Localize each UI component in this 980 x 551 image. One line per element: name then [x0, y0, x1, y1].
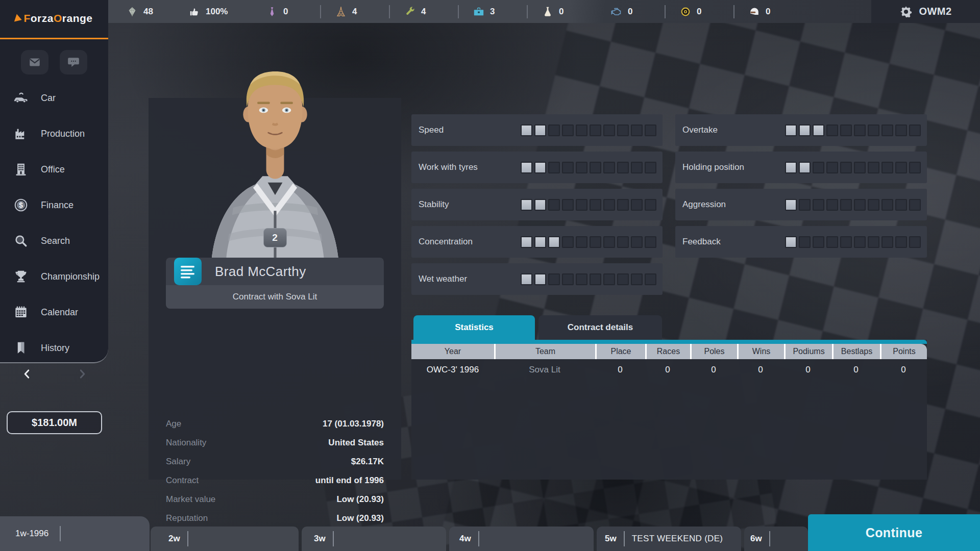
tab-statistics[interactable]: Statistics	[413, 315, 535, 340]
resource-flask: 0	[542, 6, 611, 17]
gear-icon	[899, 5, 913, 18]
history-icon	[13, 340, 29, 356]
detail-value: until end of 1996	[315, 475, 384, 486]
resource-engine: 0	[611, 6, 680, 17]
statistics-panel: YearTeamPlaceRacesPolesWinsPodiumsBestla…	[411, 340, 927, 480]
tab-contract-details[interactable]: Contract details	[538, 315, 662, 340]
week-label: 5w	[605, 534, 617, 544]
table-header-cell-points: Points	[880, 344, 927, 359]
sidebar-item-office[interactable]: Office	[0, 152, 108, 187]
skill-square	[603, 162, 615, 173]
sidebar-item-label: Car	[41, 93, 56, 104]
sidebar-item-car[interactable]: Car	[0, 80, 108, 116]
chevron-right-icon[interactable]	[76, 367, 89, 381]
resource-wrench: 4	[404, 6, 473, 17]
driver-name-plate: Brad McCarthy	[166, 258, 384, 285]
week-marker-4w: 4w	[459, 527, 479, 551]
skill-square	[645, 124, 656, 136]
week-marker-5w: 5wTEST WEEKEND (DE)	[605, 527, 723, 551]
helmet-icon	[749, 6, 760, 17]
resource-helmet: 0	[749, 6, 818, 17]
factory-icon	[13, 126, 29, 141]
skill-square	[799, 124, 811, 136]
table-cell-races: 0	[645, 359, 690, 381]
driver-menu-button[interactable]	[174, 258, 202, 285]
skill-square	[603, 199, 615, 211]
skill-square	[562, 124, 574, 136]
skill-square	[603, 273, 615, 285]
table-cell-place: 0	[595, 359, 645, 381]
skill-square	[617, 199, 629, 211]
skill-square	[548, 162, 560, 173]
skill-square	[521, 162, 532, 173]
skill-row-wet-weather: Wet weather	[411, 263, 663, 295]
resource-separator	[389, 5, 390, 18]
skill-square	[854, 199, 866, 211]
detail-value: $26.17K	[351, 457, 384, 467]
skill-square	[631, 236, 643, 248]
driver-panel: 2 Brad McCarthy Contract with Sova Lit A…	[149, 98, 401, 480]
week-label: 4w	[459, 534, 471, 544]
skill-square	[631, 273, 643, 285]
sidebar-item-calendar[interactable]: Calendar	[0, 294, 108, 330]
contract-note: Contract with Sova Lit	[166, 285, 384, 309]
resource-gem: 48	[127, 6, 189, 17]
skill-square	[785, 124, 797, 136]
profile-chip[interactable]: OWM2	[871, 0, 980, 23]
logo-underline	[0, 38, 108, 39]
skill-square	[840, 162, 852, 173]
sidebar-item-history[interactable]: History	[0, 330, 108, 366]
skill-row-work-with-tyres: Work with tyres	[411, 152, 663, 183]
skill-square	[548, 273, 560, 285]
menu-lines-icon	[174, 258, 202, 285]
car-icon	[13, 90, 29, 106]
skill-squares	[785, 236, 921, 248]
skill-square	[854, 236, 866, 248]
chevron-left-icon[interactable]	[20, 367, 34, 381]
continue-button[interactable]: Continue	[808, 514, 980, 551]
table-cell-points: 0	[880, 359, 927, 381]
skill-square	[826, 236, 838, 248]
sidebar-item-finance[interactable]: Finance	[0, 187, 108, 223]
app-logo: ForzaOrange	[0, 12, 108, 24]
skill-label: Stability	[419, 199, 449, 210]
resource-list: 48100%04430000	[108, 0, 980, 23]
skill-square	[521, 273, 532, 285]
skill-square	[548, 236, 560, 248]
skill-square	[534, 273, 546, 285]
detail-label: Market value	[166, 494, 215, 505]
week-label: 6w	[750, 534, 762, 544]
skill-square	[534, 124, 546, 136]
driver-name: Brad McCarthy	[215, 264, 306, 280]
chat-button[interactable]	[60, 50, 87, 74]
detail-row: Contractuntil end of 1996	[166, 471, 384, 490]
tyre-icon	[680, 6, 691, 17]
sidebar-item-championship[interactable]: Championship	[0, 259, 108, 294]
skills-column-left: SpeedWork with tyresStabilityConcentrati…	[411, 114, 663, 300]
detail-value: 17 (01.03.1978)	[323, 419, 384, 429]
table-body: OWC-3' 1996Sova Lit0000000	[411, 359, 927, 381]
sidebar-item-label: Calendar	[41, 307, 78, 318]
sidebar-item-production[interactable]: Production	[0, 116, 108, 152]
skill-square	[868, 199, 879, 211]
driver-number-badge: 2	[263, 228, 287, 247]
skill-square	[534, 162, 546, 173]
resource-value: 4	[352, 7, 357, 17]
table-header: YearTeamPlaceRacesPolesWinsPodiumsBestla…	[411, 344, 927, 359]
skill-square	[909, 162, 921, 173]
resource-tower: 4	[335, 6, 404, 17]
sidebar-item-search[interactable]: Search	[0, 223, 108, 259]
resource-value: 100%	[206, 7, 228, 17]
sidebar-item-label: History	[41, 343, 69, 354]
skill-square	[909, 236, 921, 248]
skill-square	[895, 162, 907, 173]
finance-icon	[13, 197, 29, 213]
calendar-icon	[13, 305, 29, 320]
detail-label: Nationality	[166, 438, 206, 448]
skill-squares	[521, 199, 656, 211]
skill-square	[868, 162, 879, 173]
skill-square	[576, 236, 587, 248]
table-header-cell-wins: Wins	[737, 344, 784, 359]
sidebar-item-label: Office	[41, 164, 65, 175]
mail-button[interactable]	[21, 50, 48, 74]
